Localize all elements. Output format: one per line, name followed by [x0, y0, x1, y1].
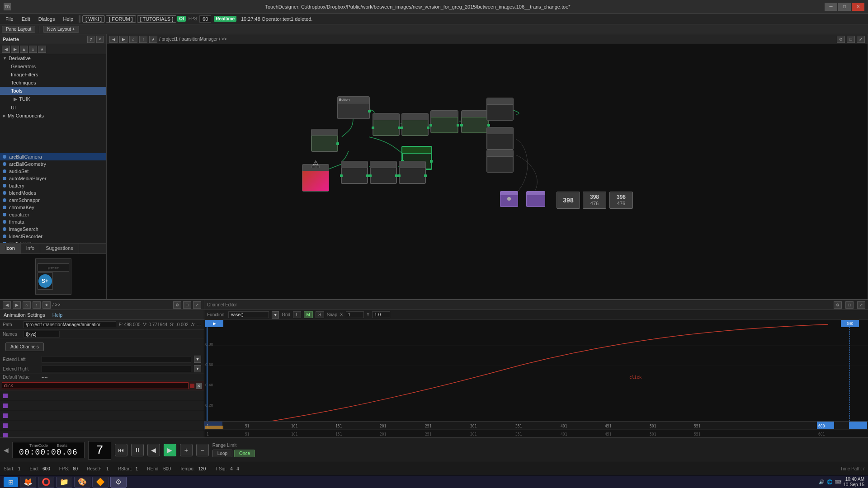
maximize-button[interactable]: □	[838, 3, 851, 11]
comp-firmata[interactable]: firmata	[0, 218, 106, 225]
transport-play-btn[interactable]: ▶	[164, 444, 176, 456]
palette-tuik[interactable]: ▶TUIK	[0, 95, 106, 103]
taskbar-firefox[interactable]: 🦊	[20, 477, 36, 488]
palette-derivative-section[interactable]: ▼ Derivative	[0, 54, 106, 62]
anim-expand-btn[interactable]: ⤢	[193, 301, 201, 309]
comp-equalizer[interactable]: equalizer	[0, 211, 106, 218]
palette-close-btn[interactable]: ×	[96, 36, 104, 43]
range-loop-btn[interactable]: Loop	[212, 450, 232, 457]
node-row1-4[interactable]	[461, 110, 489, 133]
range-once-btn[interactable]: Once	[234, 450, 255, 457]
node-leftmid[interactable]	[311, 129, 338, 152]
canvas-home-btn[interactable]: ⌂	[129, 36, 137, 43]
node-topright-2[interactable]	[486, 127, 514, 150]
canvas-expand-btn[interactable]: ⤢	[857, 36, 865, 43]
num-node-1[interactable]: 398	[557, 192, 580, 209]
channel-editor-fit-btn[interactable]: □	[845, 301, 854, 309]
extend-left-btn[interactable]: ▼	[194, 356, 201, 363]
menu-edit[interactable]: Edit	[18, 15, 34, 23]
node-topright-1[interactable]	[486, 98, 514, 121]
taskbar-3dsmax[interactable]: 🔶	[92, 477, 108, 488]
forum-link[interactable]: [ FORUM ]	[106, 15, 136, 23]
comp-kinectrecorder[interactable]: kinectRecorder	[0, 233, 106, 240]
channel-click-remove[interactable]: ✕	[196, 383, 202, 389]
curve-area[interactable]: 1.00 0.80 0.60 0.40 0.20 click	[204, 320, 868, 421]
close-button[interactable]: ✕	[852, 3, 864, 11]
palette-generators[interactable]: Generators	[0, 62, 106, 70]
minimize-button[interactable]: ─	[825, 3, 837, 11]
palette-imagefilters[interactable]: ImageFilters	[0, 70, 106, 79]
channel-click-color[interactable]	[190, 384, 194, 388]
transport-plus-btn[interactable]: +	[180, 444, 193, 456]
palette-tab-icon[interactable]: Icon	[0, 244, 21, 253]
comp-imagesearch[interactable]: imageSearch	[0, 225, 106, 233]
pane-layout-btn[interactable]: Pane Layout	[2, 26, 35, 33]
extend-left-input[interactable]	[42, 356, 191, 363]
palette-star-btn[interactable]: ★	[38, 46, 46, 53]
grid-s-btn[interactable]: S	[316, 311, 324, 318]
num-node-3[interactable]: 398 476	[609, 192, 633, 209]
node-topright-3[interactable]	[486, 150, 514, 173]
purple-node-1[interactable]	[500, 191, 518, 207]
node-button[interactable]: Button	[337, 96, 370, 119]
extend-right-input[interactable]	[42, 366, 191, 372]
taskbar-app-2[interactable]: ⭕	[38, 477, 54, 488]
node-bot-1[interactable]	[341, 161, 368, 184]
anim-help-link[interactable]: Help	[52, 312, 63, 318]
palette-back-btn[interactable]: ◀	[2, 46, 10, 53]
canvas-settings-btn[interactable]: ⚙	[837, 36, 845, 43]
anim-fit-btn[interactable]: □	[183, 301, 191, 309]
palette-forward-btn[interactable]: ▶	[11, 46, 19, 53]
anim-names-input[interactable]	[24, 331, 60, 338]
comp-battery[interactable]: battery	[0, 182, 106, 189]
channel-editor-settings-btn[interactable]: ⚙	[834, 301, 842, 309]
palette-tab-suggestions[interactable]: Suggestions	[40, 244, 79, 253]
anim-path-input[interactable]	[24, 321, 116, 328]
palette-tools[interactable]: Tools	[0, 87, 106, 95]
palette-ui[interactable]: UI	[0, 103, 106, 112]
node-row1-3[interactable]	[430, 110, 458, 133]
taskbar-td[interactable]: ⚙	[110, 477, 127, 488]
transport-expand-btn[interactable]: ◀	[4, 446, 9, 454]
palette-help-btn[interactable]: ?	[87, 36, 94, 43]
num-node-2[interactable]: 398 476	[583, 192, 606, 209]
palette-up-btn[interactable]: ▲	[20, 46, 28, 53]
canvas-back-btn[interactable]: ◀	[109, 36, 118, 43]
channel-click[interactable]: ✕	[0, 381, 204, 391]
menu-file[interactable]: File	[2, 15, 17, 23]
comp-arcballcamera[interactable]: arcBallCamera	[0, 153, 106, 160]
anim-star-btn[interactable]: ★	[42, 301, 51, 309]
grid-l-btn[interactable]: L	[293, 311, 301, 318]
snap-x-input[interactable]	[346, 311, 364, 318]
anim-fwd-btn[interactable]: ▶	[13, 301, 21, 309]
node-pink[interactable]: ⚠	[302, 164, 329, 192]
extend-right-btn[interactable]: ▼	[194, 365, 201, 372]
taskbar-photoshop[interactable]: 🎨	[74, 477, 90, 488]
grid-m-btn[interactable]: M	[304, 311, 313, 318]
menu-help[interactable]: Help	[59, 15, 77, 23]
node-bot-3[interactable]	[399, 161, 426, 184]
node-row1-2[interactable]	[401, 113, 429, 136]
palette-tab-info[interactable]: Info	[21, 244, 40, 253]
canvas-up-btn[interactable]: ↑	[139, 36, 147, 43]
comp-chromakey[interactable]: chromaKey	[0, 204, 106, 211]
taskbar-explorer[interactable]: 📁	[56, 477, 72, 488]
node-row1-1[interactable]	[373, 113, 400, 136]
add-channels-btn[interactable]: Add Channels	[5, 343, 44, 351]
new-layout-btn[interactable]: New Layout +	[43, 26, 79, 33]
snap-y-input[interactable]	[372, 311, 390, 318]
transport-step-back-btn[interactable]: ◀	[147, 444, 160, 456]
function-toggle[interactable]: ▼	[272, 311, 279, 319]
node-bot-2[interactable]	[370, 161, 397, 184]
transport-skip-back-btn[interactable]: ⏮	[115, 444, 127, 456]
tutorials-link[interactable]: [ TUTORIALS ]	[137, 15, 177, 23]
comp-audioset[interactable]: audioSet	[0, 168, 106, 175]
comp-camschnappr[interactable]: camSchnappr	[0, 197, 106, 204]
anim-up-btn[interactable]: ↑	[33, 301, 41, 309]
comp-automediaplayer[interactable]: autoMediaPlayer	[0, 175, 106, 182]
wiki-link[interactable]: [ WIKI ]	[82, 15, 105, 23]
canvas-fit-btn[interactable]: □	[847, 36, 855, 43]
palette-techniques[interactable]: Techniques	[0, 79, 106, 87]
channel-editor-expand-btn[interactable]: ⤢	[857, 301, 865, 309]
comp-blendmodes[interactable]: blendModes	[0, 189, 106, 197]
